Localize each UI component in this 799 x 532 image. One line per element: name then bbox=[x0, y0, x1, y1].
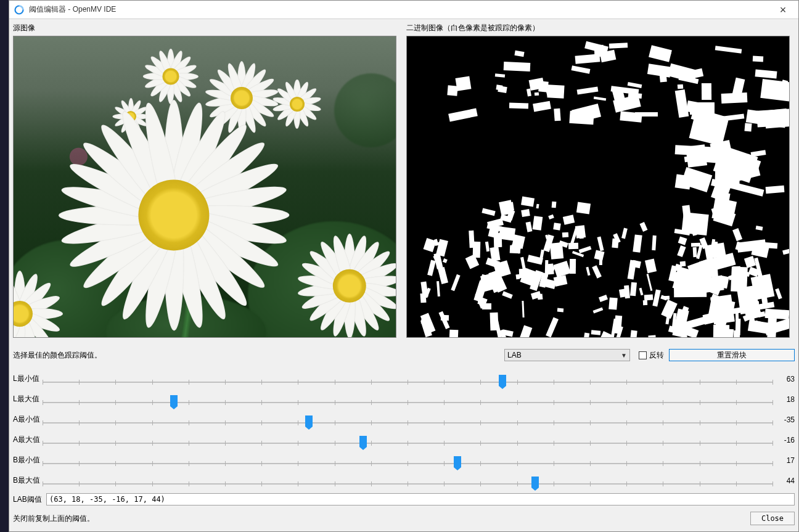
slider-track[interactable] bbox=[43, 475, 772, 487]
invert-label: 反转 bbox=[649, 350, 664, 361]
sliders-panel: L最小值63L最大值18A最小值-35A最大值-16B最小值17B最大值44 bbox=[13, 369, 795, 491]
slider-row: A最大值-16 bbox=[13, 430, 795, 450]
slider-row: A最小值-35 bbox=[13, 409, 795, 430]
slider-label: L最小值 bbox=[13, 374, 43, 384]
slider-row: L最大值18 bbox=[13, 389, 795, 409]
slider-row: B最小值17 bbox=[13, 450, 795, 470]
slider-value: -16 bbox=[777, 436, 795, 444]
binary-image-label: 二进制图像（白色像素是被跟踪的像素） bbox=[406, 22, 795, 36]
slider-thumb[interactable] bbox=[454, 456, 461, 467]
slider-label: A最小值 bbox=[13, 414, 43, 425]
window-close-button[interactable]: × bbox=[774, 3, 792, 16]
slider-label: L最大值 bbox=[13, 394, 43, 404]
slider-label: B最大值 bbox=[13, 475, 43, 486]
slider-label: A最大值 bbox=[13, 435, 43, 445]
slider-value: 63 bbox=[777, 375, 795, 383]
lab-threshold-field[interactable]: (63, 18, -35, -16, 17, 44) bbox=[46, 493, 795, 505]
app-icon bbox=[14, 5, 24, 15]
slider-track[interactable] bbox=[43, 393, 772, 406]
slider-track[interactable] bbox=[43, 434, 772, 446]
colorspace-dropdown[interactable]: LAB ▼ bbox=[504, 349, 630, 361]
slider-thumb[interactable] bbox=[170, 395, 178, 406]
colorspace-selected: LAB bbox=[507, 351, 522, 359]
content-area: 源图像 bbox=[9, 19, 798, 531]
slider-thumb[interactable] bbox=[305, 415, 313, 427]
slider-row: B最大值44 bbox=[13, 470, 795, 491]
slider-track[interactable] bbox=[43, 373, 772, 385]
footer-hint: 关闭前复制上面的阈值。 bbox=[13, 514, 94, 524]
slider-thumb[interactable] bbox=[359, 436, 367, 447]
close-button[interactable]: Close bbox=[750, 512, 795, 525]
binary-image bbox=[406, 36, 790, 338]
reset-sliders-button[interactable]: 重置滑块 bbox=[669, 349, 795, 361]
titlebar: 阈值编辑器 - OpenMV IDE × bbox=[9, 1, 798, 19]
slider-label: B最小值 bbox=[13, 455, 43, 465]
slider-thumb[interactable] bbox=[499, 375, 506, 386]
source-image bbox=[13, 36, 396, 338]
invert-checkbox[interactable] bbox=[639, 351, 647, 359]
slider-value: 44 bbox=[777, 477, 795, 485]
slider-track[interactable] bbox=[43, 414, 772, 426]
lab-threshold-label: LAB阈值 bbox=[13, 494, 43, 505]
window-title: 阈值编辑器 - OpenMV IDE bbox=[29, 4, 116, 15]
instruction-text: 选择最佳的颜色跟踪阈值。 bbox=[13, 350, 499, 361]
slider-value: 18 bbox=[777, 395, 795, 404]
slider-value: -35 bbox=[777, 415, 795, 424]
source-image-label: 源图像 bbox=[13, 22, 401, 36]
dropdown-arrow-icon: ▼ bbox=[621, 352, 627, 359]
slider-track[interactable] bbox=[43, 454, 772, 467]
slider-value: 17 bbox=[777, 456, 795, 465]
threshold-editor-window: 阈值编辑器 - OpenMV IDE × 源图像 bbox=[9, 0, 799, 532]
slider-thumb[interactable] bbox=[531, 477, 539, 488]
slider-row: L最小值63 bbox=[13, 369, 795, 389]
